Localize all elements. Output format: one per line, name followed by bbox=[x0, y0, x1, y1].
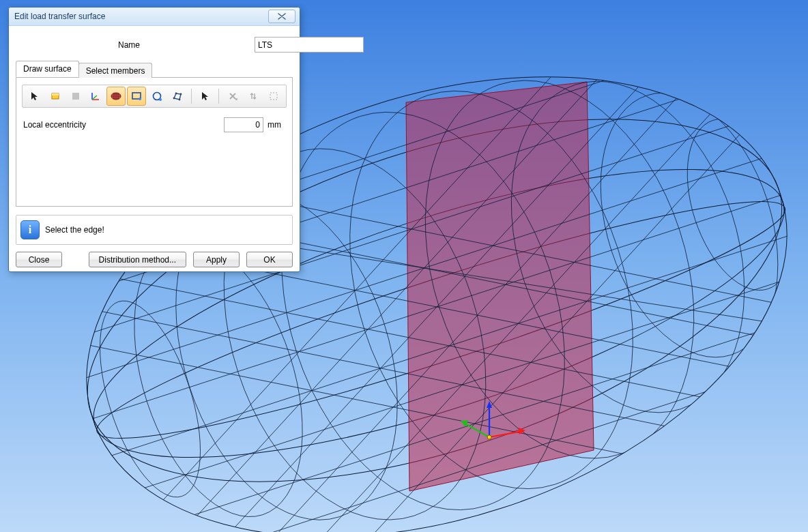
tab-draw-surface[interactable]: Draw surface bbox=[16, 61, 79, 77]
tool-circle[interactable] bbox=[147, 87, 167, 106]
svg-point-39 bbox=[173, 98, 175, 100]
viewport[interactable]: Edit load transfer surface Name Draw sur… bbox=[0, 0, 808, 532]
tool-axes[interactable] bbox=[86, 87, 105, 106]
layer-icon bbox=[50, 91, 61, 102]
updown-icon bbox=[248, 91, 259, 102]
tab-label: Draw surface bbox=[23, 64, 72, 74]
svg-line-28 bbox=[464, 423, 489, 437]
tool-pointer-2[interactable] bbox=[196, 87, 215, 106]
svg-point-40 bbox=[175, 93, 177, 95]
toolbar-sep bbox=[191, 89, 192, 104]
tab-select-members[interactable]: Select members bbox=[78, 63, 153, 78]
draw-toolbar bbox=[22, 85, 287, 108]
eccentricity-label: Local eccentricity bbox=[23, 120, 105, 130]
svg-rect-32 bbox=[52, 93, 59, 95]
pointer-icon bbox=[29, 91, 40, 102]
svg-marker-27 bbox=[519, 428, 525, 434]
tool-pointer[interactable] bbox=[25, 87, 44, 106]
svg-line-26 bbox=[489, 431, 523, 437]
svg-point-41 bbox=[179, 93, 182, 95]
dialog-edit-lts: Edit load transfer surface Name Draw sur… bbox=[8, 7, 300, 272]
tool-rectangle[interactable] bbox=[127, 87, 146, 106]
quad-icon bbox=[172, 91, 183, 102]
close-button[interactable]: Close bbox=[16, 252, 62, 267]
distribution-method-button[interactable]: Distribution method... bbox=[89, 252, 186, 267]
svg-marker-29 bbox=[461, 420, 468, 427]
close-icon bbox=[277, 13, 287, 20]
svg-marker-25 bbox=[487, 401, 492, 408]
hint-text: Select the edge! bbox=[45, 225, 104, 235]
tool-updown[interactable] bbox=[244, 87, 263, 106]
tool-stop[interactable] bbox=[66, 87, 85, 106]
hint-box: i Select the edge! bbox=[16, 215, 293, 245]
tabpanel-draw-surface: Local eccentricity mm bbox=[16, 78, 293, 207]
eccentricity-input[interactable] bbox=[224, 117, 263, 132]
name-label: Name bbox=[16, 40, 255, 50]
apply-button[interactable]: Apply bbox=[193, 252, 240, 267]
titlebar-close-button[interactable] bbox=[268, 10, 295, 23]
tool-layer[interactable] bbox=[46, 87, 65, 106]
axes-icon bbox=[90, 91, 101, 102]
axis-gizmo bbox=[452, 400, 527, 461]
circle-icon bbox=[152, 91, 162, 102]
svg-point-36 bbox=[139, 98, 141, 100]
dialog-title: Edit load transfer surface bbox=[14, 12, 105, 21]
info-icon: i bbox=[20, 220, 40, 239]
pointer-icon bbox=[200, 91, 211, 102]
tab-label: Select members bbox=[86, 66, 145, 76]
titlebar[interactable]: Edit load transfer surface bbox=[9, 8, 300, 26]
tool-mesh-surface[interactable] bbox=[106, 87, 126, 106]
name-input[interactable] bbox=[255, 37, 364, 53]
svg-point-42 bbox=[178, 99, 180, 101]
tool-quad[interactable] bbox=[168, 87, 187, 106]
rectangle-icon bbox=[130, 91, 143, 102]
box-select-icon bbox=[268, 91, 279, 102]
eccentricity-unit: mm bbox=[268, 120, 285, 130]
svg-rect-33 bbox=[72, 93, 79, 100]
mesh-icon bbox=[110, 91, 122, 102]
ok-button[interactable]: OK bbox=[246, 252, 293, 267]
svg-rect-44 bbox=[270, 93, 277, 100]
svg-rect-43 bbox=[235, 98, 237, 100]
tabstrip: Draw surface Select members bbox=[16, 62, 293, 78]
tool-x[interactable] bbox=[223, 87, 242, 106]
svg-point-38 bbox=[159, 98, 162, 101]
x-icon bbox=[227, 91, 238, 102]
stop-icon bbox=[70, 91, 81, 102]
tool-box-select[interactable] bbox=[264, 87, 283, 106]
svg-point-30 bbox=[487, 435, 491, 439]
toolbar-sep bbox=[218, 89, 219, 104]
svg-point-14 bbox=[80, 289, 221, 509]
